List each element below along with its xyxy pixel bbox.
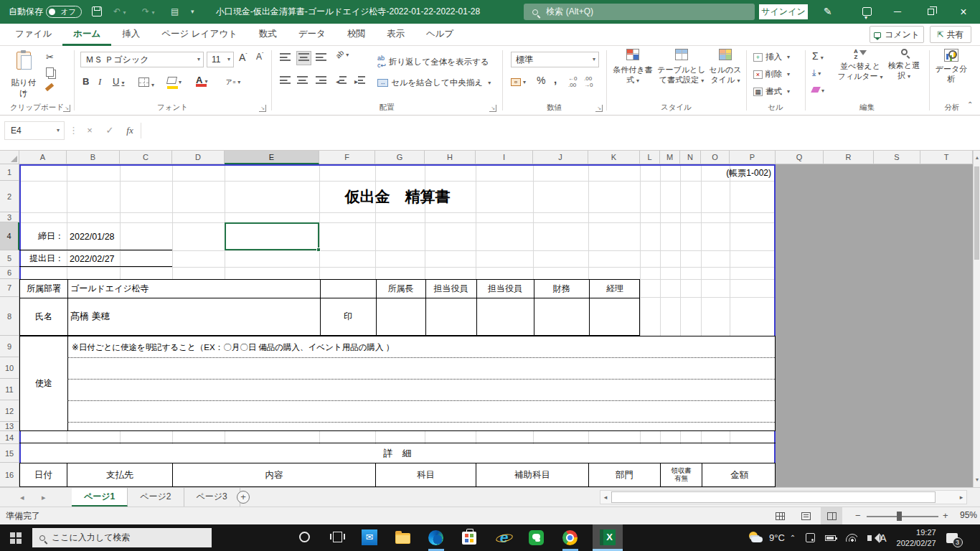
column-header-N[interactable]: N <box>680 151 701 164</box>
column-header-D[interactable]: D <box>172 151 225 164</box>
row-header-12[interactable]: 12 <box>0 400 19 422</box>
wifi-icon[interactable] <box>846 534 857 542</box>
column-header-T[interactable]: T <box>920 151 973 164</box>
approval-header-cell[interactable]: 所属長 <box>376 280 425 298</box>
column-header-O[interactable]: O <box>701 151 730 164</box>
insert-cells-button[interactable]: +挿入 <box>753 52 790 62</box>
insert-function-button[interactable]: fx <box>121 121 139 140</box>
clock[interactable]: 19:272022/02/27 <box>897 527 936 548</box>
volume-icon[interactable] <box>867 535 872 541</box>
ribbon-tab-表示[interactable]: 表示 <box>376 24 415 46</box>
increase-indent-button[interactable]: ▸ <box>354 76 365 85</box>
scroll-right-icon[interactable]: ▸ <box>956 491 966 504</box>
cell-submit-label[interactable]: 提出日： <box>19 250 64 267</box>
minimize-button[interactable]: ─ <box>881 0 914 24</box>
ribbon-tab-数式[interactable]: 数式 <box>248 24 288 46</box>
format-as-table-button[interactable]: テーブルとして書式設定 <box>656 49 707 85</box>
detail-header-cell[interactable]: 科目 <box>376 463 476 486</box>
row-header-2[interactable]: 2 <box>0 181 19 212</box>
italic-button[interactable]: I <box>98 76 101 88</box>
scroll-left-icon[interactable]: ◂ <box>600 491 611 504</box>
excel-taskbar-active[interactable]: X <box>593 524 623 551</box>
row-header-5[interactable]: 5 <box>0 250 19 267</box>
weather-temp[interactable]: 9°C <box>769 532 785 543</box>
borders-button[interactable] <box>138 77 154 89</box>
detail-header-cell[interactable]: 部門 <box>589 463 661 486</box>
detail-header-cell[interactable]: 補助科目 <box>476 463 589 486</box>
horizontal-scrollbar[interactable]: ◂ ▸ <box>600 490 967 504</box>
zoom-in-button[interactable]: + <box>943 510 948 521</box>
increase-decimal-button[interactable]: ←0.00 <box>568 76 577 89</box>
sheet-tab-ページ1[interactable]: ページ1 <box>72 488 128 507</box>
approval-header-cell[interactable]: 担当役員 <box>425 280 476 298</box>
approval-stamp-box[interactable] <box>376 298 425 335</box>
internet-explorer-icon[interactable]: e <box>496 529 512 546</box>
collapse-ribbon-button[interactable]: ⌃ <box>967 100 973 108</box>
cancel-button[interactable]: × <box>80 121 99 140</box>
scroll-down-icon[interactable]: ▼ <box>974 474 980 486</box>
tablet-mode-icon[interactable] <box>806 533 815 542</box>
zoom-level[interactable]: 95% <box>956 510 977 520</box>
cell-closing-date[interactable]: 2022/01/28 <box>70 222 115 250</box>
cut-button[interactable]: ✂ <box>46 52 54 62</box>
enter-button[interactable]: ✓ <box>100 121 119 140</box>
cell-styles-button[interactable]: セルのスタイル <box>708 49 743 85</box>
column-header-P[interactable]: P <box>730 151 776 164</box>
column-header-A[interactable]: A <box>19 151 67 164</box>
format-painter-button[interactable] <box>45 83 54 92</box>
cell-closing-label[interactable]: 締日： <box>19 222 64 250</box>
underline-button[interactable]: U <box>113 76 124 87</box>
weather-icon[interactable] <box>748 530 764 546</box>
merge-center-button[interactable]: ↔セルを結合して中央揃え <box>377 77 491 88</box>
scroll-up-icon[interactable]: ▲ <box>974 152 980 164</box>
approval-stamp-box[interactable] <box>425 298 476 335</box>
font-name-combo[interactable]: ＭＳ Ｐゴシック▾ <box>80 52 204 67</box>
column-header-G[interactable]: G <box>375 151 425 164</box>
fill-color-button[interactable] <box>167 76 182 86</box>
ribbon-tab-データ[interactable]: データ <box>288 24 336 46</box>
sheet-tab-ページ2[interactable]: ページ2 <box>128 488 184 507</box>
store-icon[interactable] <box>462 529 479 546</box>
zoom-slider-track[interactable] <box>867 516 938 517</box>
data-analysis-button[interactable]: データ分析 <box>932 49 971 84</box>
clipboard-dialog-launcher[interactable] <box>63 105 70 112</box>
cell-form-code[interactable]: (帳票1-002) <box>671 165 771 181</box>
align-top-button[interactable] <box>280 53 291 63</box>
cell-dept-label[interactable]: 所属部署 <box>20 280 67 298</box>
undo-icon[interactable]: ↶ ▾ <box>113 0 126 24</box>
cell-detail-title[interactable]: 詳 細 <box>19 444 776 463</box>
column-header-R[interactable]: R <box>824 151 874 164</box>
sort-filter-button[interactable]: AZ並べ替えとフィルター <box>837 49 884 81</box>
paste-button[interactable]: 貼り付け ▾ <box>7 50 40 102</box>
ink-pen-icon[interactable]: ✎ <box>824 0 832 24</box>
autosum-button[interactable]: Σ <box>812 50 824 62</box>
search-box[interactable]: 検索 (Alt+Q) <box>524 4 755 20</box>
cell-name-value[interactable]: 髙橋 美穂 <box>70 298 314 335</box>
clear-button[interactable] <box>812 85 824 95</box>
qat-customize-icon[interactable]: ▾ <box>191 0 194 24</box>
ribbon-tab-挿入[interactable]: 挿入 <box>111 24 151 46</box>
save-icon[interactable] <box>92 6 102 17</box>
zoom-slider-thumb[interactable] <box>897 512 902 521</box>
detail-header-cell[interactable]: 内容 <box>173 463 376 486</box>
column-header-M[interactable]: M <box>660 151 680 164</box>
hidden-icons-chevron[interactable]: ⌃ <box>790 534 796 542</box>
cell-name-label[interactable]: 氏名 <box>20 298 67 335</box>
name-box[interactable]: E4▾ <box>4 121 65 140</box>
copy-button[interactable] <box>46 67 54 77</box>
detail-header-cell[interactable]: 金額 <box>702 463 776 486</box>
row-header-16[interactable]: 16 <box>0 463 19 487</box>
page-break-preview-button[interactable] <box>821 507 842 524</box>
row-header-1[interactable]: 1 <box>0 164 19 181</box>
ribbon-tab-ファイル[interactable]: ファイル <box>4 24 62 46</box>
formula-input[interactable] <box>143 121 976 140</box>
row-header-6[interactable]: 6 <box>0 267 19 279</box>
taskbar-search-box[interactable]: ここに入力して検索 <box>32 528 212 547</box>
file-explorer-icon[interactable] <box>395 529 412 546</box>
lineworks-icon[interactable] <box>529 529 545 546</box>
approval-header-cell[interactable]: 担当役員 <box>476 280 534 298</box>
sheet-nav-next-icon[interactable]: ▸ <box>42 488 46 507</box>
row-header-7[interactable]: 7 <box>0 279 19 297</box>
font-size-combo[interactable]: 11▾ <box>207 52 234 67</box>
conditional-formatting-button[interactable]: 条件付き書式 <box>612 49 654 85</box>
